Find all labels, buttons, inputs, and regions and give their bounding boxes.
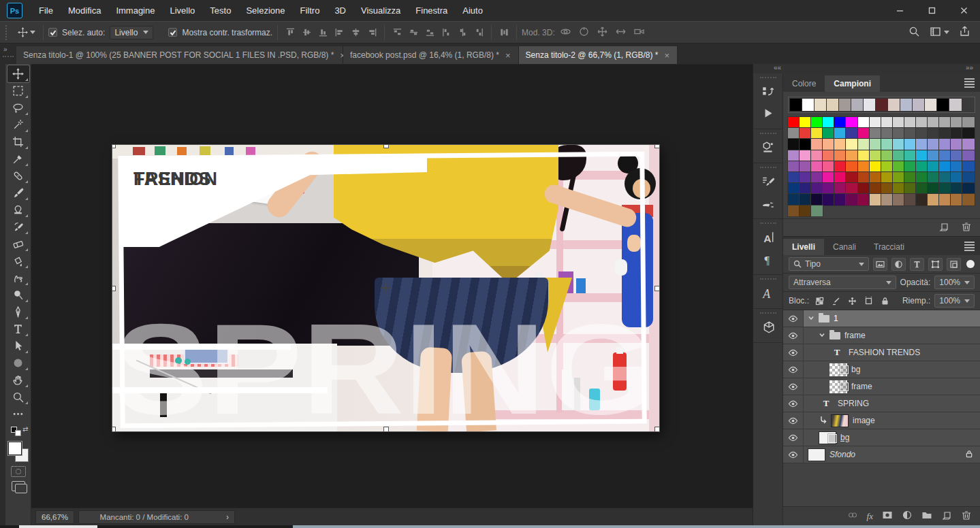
filter-smart-objects-icon[interactable] <box>947 258 961 271</box>
layer-style-icon[interactable]: fx <box>867 511 873 522</box>
visibility-toggle[interactable] <box>783 344 804 361</box>
document-tab[interactable]: facebook post.psd @ 16,4% (1, RGB/8) *× <box>343 46 519 64</box>
align-right-edges-button[interactable] <box>364 26 379 39</box>
quick-mask-button[interactable] <box>11 466 26 477</box>
distribute-spacing-button[interactable] <box>496 26 511 39</box>
menu-item-selezione[interactable]: Selezione <box>239 3 291 18</box>
3d-slide-icon[interactable] <box>615 26 627 39</box>
swatch[interactable] <box>939 150 951 161</box>
layer-row[interactable]: 1 <box>783 310 980 327</box>
swatch[interactable] <box>823 161 834 172</box>
swatch[interactable] <box>939 194 951 205</box>
layer-filter-dropdown[interactable]: Tipo <box>789 257 869 271</box>
align-top-edges-button[interactable] <box>283 26 298 39</box>
swatch[interactable] <box>834 139 846 150</box>
swatch[interactable] <box>846 139 857 150</box>
tool-move[interactable] <box>7 65 29 82</box>
swatch[interactable] <box>788 117 800 128</box>
layer-row[interactable]: image <box>783 412 980 429</box>
recent-swatch[interactable] <box>851 99 864 111</box>
swatch[interactable] <box>881 183 893 194</box>
tool-paint-bucket[interactable] <box>7 252 29 269</box>
swatch[interactable] <box>916 172 928 183</box>
swatch[interactable] <box>928 139 939 150</box>
swatch[interactable] <box>846 183 857 194</box>
3d-rotate-icon[interactable] <box>560 26 571 39</box>
expand-chevron-icon[interactable] <box>808 314 815 323</box>
delete-layer-icon[interactable] <box>961 510 972 523</box>
swatch[interactable] <box>858 150 870 161</box>
visibility-toggle[interactable] <box>783 327 804 344</box>
visibility-toggle[interactable] <box>783 361 804 378</box>
blend-mode-dropdown[interactable]: Attraversa <box>789 276 896 289</box>
swatch[interactable] <box>893 128 904 139</box>
swatch[interactable] <box>939 183 951 194</box>
layer-name[interactable]: image <box>853 416 875 425</box>
visibility-toggle[interactable] <box>783 429 804 446</box>
distribute-vertical-centers-button[interactable] <box>406 26 421 39</box>
swatch[interactable] <box>881 172 893 183</box>
recent-swatch[interactable] <box>815 99 827 111</box>
panel-menu-icon[interactable] <box>964 78 975 89</box>
layer-row[interactable]: bg <box>783 361 980 378</box>
swatch[interactable] <box>870 161 881 172</box>
swatch[interactable] <box>870 150 881 161</box>
swatch[interactable] <box>881 117 893 128</box>
swatch[interactable] <box>800 150 811 161</box>
swatch[interactable] <box>800 194 811 205</box>
menu-item-visualizza[interactable]: Visualizza <box>354 3 407 18</box>
panel-icon-brush-settings[interactable] <box>757 171 780 193</box>
document-tab[interactable]: Senza titolo-2 @ 66,7% (1, RGB/8) *× <box>519 46 678 64</box>
swatch[interactable] <box>904 172 916 183</box>
filter-toggle[interactable] <box>966 260 975 268</box>
swatch[interactable] <box>962 194 974 205</box>
recent-swatch[interactable] <box>949 99 962 111</box>
tool-rectangular-marquee[interactable] <box>7 82 29 99</box>
layer-name[interactable]: frame <box>851 382 872 391</box>
add-adjustment-icon[interactable] <box>902 510 913 523</box>
share-icon[interactable] <box>959 26 970 39</box>
tab-tracciati[interactable]: Tracciati <box>865 239 913 255</box>
recent-swatch[interactable] <box>937 99 949 111</box>
swatch[interactable] <box>893 117 904 128</box>
search-icon[interactable] <box>908 26 920 39</box>
recent-swatch[interactable] <box>802 99 815 111</box>
recent-swatch[interactable] <box>913 99 925 111</box>
menu-item-modifica[interactable]: Modifica <box>61 3 108 18</box>
swatch[interactable] <box>846 128 857 139</box>
align-left-edges-button[interactable] <box>332 26 347 39</box>
add-mask-icon[interactable] <box>882 510 893 523</box>
swatch[interactable] <box>870 172 881 183</box>
menu-item-filtro[interactable]: Filtro <box>294 3 327 18</box>
swatch[interactable] <box>904 117 916 128</box>
transform-handle[interactable] <box>654 286 659 291</box>
lock-transparency-icon[interactable] <box>813 295 825 307</box>
panel-icon-properties[interactable] <box>757 137 780 159</box>
swatch[interactable] <box>893 161 904 172</box>
swatch[interactable] <box>951 172 962 183</box>
swatch[interactable] <box>858 161 870 172</box>
swatch[interactable] <box>823 194 834 205</box>
swatch[interactable] <box>858 139 870 150</box>
swatch[interactable] <box>800 172 811 183</box>
swatch[interactable] <box>893 150 904 161</box>
transform-handle[interactable] <box>112 286 116 291</box>
tool-eraser[interactable] <box>7 235 29 252</box>
layer-row[interactable]: TFASHION TRENDS <box>783 344 980 361</box>
swatch[interactable] <box>846 194 857 205</box>
tool-zoom[interactable] <box>7 389 29 406</box>
tab-campioni[interactable]: Campioni <box>825 76 880 92</box>
filter-pixel-layers-icon[interactable] <box>873 258 887 271</box>
tool-quick-selection[interactable] <box>7 116 29 133</box>
panel-icon-3d[interactable] <box>757 316 780 338</box>
transform-handle[interactable] <box>654 145 659 148</box>
layer-row[interactable]: TSPRING <box>783 395 980 412</box>
swatch[interactable] <box>881 194 893 205</box>
panel-grip[interactable] <box>760 312 776 314</box>
tool-brush[interactable] <box>7 184 29 201</box>
swatch[interactable] <box>823 117 834 128</box>
tab-close-icon[interactable]: × <box>505 50 511 61</box>
swatch[interactable] <box>788 128 800 139</box>
swatch[interactable] <box>811 172 823 183</box>
swatch[interactable] <box>811 139 823 150</box>
